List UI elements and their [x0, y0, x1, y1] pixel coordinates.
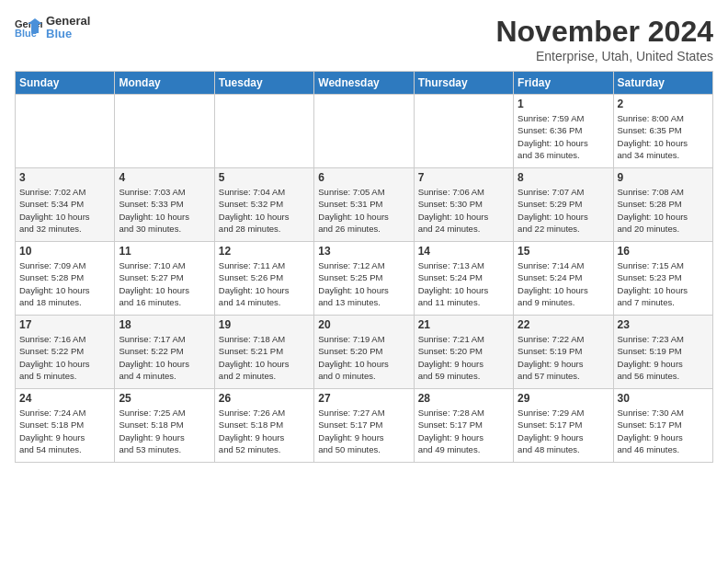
day-number: 5 — [219, 171, 310, 184]
calendar-day: 17Sunrise: 7:16 AM Sunset: 5:22 PM Dayli… — [16, 316, 115, 389]
calendar-week-row: 17Sunrise: 7:16 AM Sunset: 5:22 PM Dayli… — [16, 316, 713, 389]
calendar-header-row: SundayMondayTuesdayWednesdayThursdayFrid… — [16, 72, 713, 95]
day-number: 28 — [418, 392, 509, 405]
calendar-day: 3Sunrise: 7:02 AM Sunset: 5:34 PM Daylig… — [16, 168, 115, 242]
day-info: Sunrise: 7:07 AM Sunset: 5:29 PM Dayligh… — [518, 186, 609, 235]
header-thursday: Thursday — [414, 72, 513, 95]
header-friday: Friday — [514, 72, 613, 95]
day-info: Sunrise: 7:24 AM Sunset: 5:18 PM Dayligh… — [19, 407, 110, 455]
calendar-day: 14Sunrise: 7:13 AM Sunset: 5:24 PM Dayli… — [414, 242, 513, 316]
calendar-day: 21Sunrise: 7:21 AM Sunset: 5:20 PM Dayli… — [414, 316, 513, 389]
logo-icon: General Blue — [15, 17, 42, 39]
header-monday: Monday — [115, 72, 214, 95]
day-number: 30 — [618, 392, 709, 405]
calendar-day: 10Sunrise: 7:09 AM Sunset: 5:28 PM Dayli… — [16, 242, 115, 316]
calendar-day: 1Sunrise: 7:59 AM Sunset: 6:36 PM Daylig… — [514, 95, 613, 168]
day-info: Sunrise: 7:04 AM Sunset: 5:32 PM Dayligh… — [219, 186, 310, 235]
day-number: 7 — [418, 171, 509, 184]
header-tuesday: Tuesday — [214, 72, 313, 95]
day-info: Sunrise: 7:15 AM Sunset: 5:23 PM Dayligh… — [618, 259, 709, 308]
calendar-day: 28Sunrise: 7:28 AM Sunset: 5:17 PM Dayli… — [414, 389, 513, 463]
day-info: Sunrise: 7:18 AM Sunset: 5:21 PM Dayligh… — [219, 333, 310, 382]
day-info: Sunrise: 7:21 AM Sunset: 5:20 PM Dayligh… — [418, 333, 509, 382]
day-info: Sunrise: 8:00 AM Sunset: 6:35 PM Dayligh… — [618, 112, 709, 161]
day-number: 20 — [318, 318, 409, 331]
day-info: Sunrise: 7:29 AM Sunset: 5:17 PM Dayligh… — [518, 407, 609, 455]
day-number: 9 — [618, 171, 709, 184]
day-number: 2 — [618, 98, 709, 110]
calendar-day: 30Sunrise: 7:30 AM Sunset: 5:17 PM Dayli… — [613, 389, 712, 463]
calendar-day: 23Sunrise: 7:23 AM Sunset: 5:19 PM Dayli… — [613, 316, 712, 389]
day-number: 23 — [618, 318, 709, 331]
calendar-day: 15Sunrise: 7:14 AM Sunset: 5:24 PM Dayli… — [514, 242, 613, 316]
day-info: Sunrise: 7:13 AM Sunset: 5:24 PM Dayligh… — [418, 259, 509, 308]
day-info: Sunrise: 7:26 AM Sunset: 5:18 PM Dayligh… — [219, 407, 310, 455]
calendar-day: 24Sunrise: 7:24 AM Sunset: 5:18 PM Dayli… — [16, 389, 115, 463]
calendar-day: 5Sunrise: 7:04 AM Sunset: 5:32 PM Daylig… — [214, 168, 313, 242]
calendar-day: 25Sunrise: 7:25 AM Sunset: 5:18 PM Dayli… — [115, 389, 214, 463]
day-info: Sunrise: 7:03 AM Sunset: 5:33 PM Dayligh… — [119, 186, 210, 235]
header-sunday: Sunday — [16, 72, 115, 95]
calendar-day: 6Sunrise: 7:05 AM Sunset: 5:31 PM Daylig… — [314, 168, 414, 242]
page-header: General Blue General Blue November 2024 … — [15, 15, 713, 63]
day-info: Sunrise: 7:02 AM Sunset: 5:34 PM Dayligh… — [19, 186, 110, 235]
calendar-day — [16, 95, 115, 168]
day-number: 10 — [19, 245, 110, 258]
calendar-day: 7Sunrise: 7:06 AM Sunset: 5:30 PM Daylig… — [414, 168, 513, 242]
header-wednesday: Wednesday — [314, 72, 414, 95]
calendar-table: SundayMondayTuesdayWednesdayThursdayFrid… — [15, 71, 713, 463]
logo-general: General — [46, 15, 90, 28]
day-info: Sunrise: 7:05 AM Sunset: 5:31 PM Dayligh… — [318, 186, 409, 235]
day-number: 1 — [518, 98, 609, 110]
day-number: 25 — [119, 392, 210, 405]
header-saturday: Saturday — [613, 72, 712, 95]
day-info: Sunrise: 7:22 AM Sunset: 5:19 PM Dayligh… — [518, 333, 609, 382]
calendar-day — [115, 95, 214, 168]
day-number: 3 — [19, 171, 110, 184]
day-info: Sunrise: 7:11 AM Sunset: 5:26 PM Dayligh… — [219, 259, 310, 308]
calendar-day: 22Sunrise: 7:22 AM Sunset: 5:19 PM Dayli… — [514, 316, 613, 389]
calendar-day: 8Sunrise: 7:07 AM Sunset: 5:29 PM Daylig… — [514, 168, 613, 242]
calendar-day: 26Sunrise: 7:26 AM Sunset: 5:18 PM Dayli… — [214, 389, 313, 463]
day-info: Sunrise: 7:59 AM Sunset: 6:36 PM Dayligh… — [518, 112, 609, 161]
logo-blue: Blue — [46, 28, 90, 40]
day-info: Sunrise: 7:14 AM Sunset: 5:24 PM Dayligh… — [518, 259, 609, 308]
day-info: Sunrise: 7:06 AM Sunset: 5:30 PM Dayligh… — [418, 186, 509, 235]
day-info: Sunrise: 7:10 AM Sunset: 5:27 PM Dayligh… — [119, 259, 210, 308]
day-info: Sunrise: 7:25 AM Sunset: 5:18 PM Dayligh… — [119, 407, 210, 455]
calendar-day — [314, 95, 414, 168]
day-number: 22 — [518, 318, 609, 331]
day-number: 6 — [318, 171, 409, 184]
day-info: Sunrise: 7:17 AM Sunset: 5:22 PM Dayligh… — [119, 333, 210, 382]
calendar-day — [414, 95, 513, 168]
day-number: 15 — [518, 245, 609, 258]
calendar-day: 13Sunrise: 7:12 AM Sunset: 5:25 PM Dayli… — [314, 242, 414, 316]
day-info: Sunrise: 7:09 AM Sunset: 5:28 PM Dayligh… — [19, 259, 110, 308]
day-info: Sunrise: 7:30 AM Sunset: 5:17 PM Dayligh… — [618, 407, 709, 455]
calendar-week-row: 1Sunrise: 7:59 AM Sunset: 6:36 PM Daylig… — [16, 95, 713, 168]
day-number: 4 — [119, 171, 210, 184]
calendar-day: 11Sunrise: 7:10 AM Sunset: 5:27 PM Dayli… — [115, 242, 214, 316]
day-number: 17 — [19, 318, 110, 331]
day-info: Sunrise: 7:27 AM Sunset: 5:17 PM Dayligh… — [318, 407, 409, 455]
day-number: 13 — [318, 245, 409, 258]
calendar-day: 9Sunrise: 7:08 AM Sunset: 5:28 PM Daylig… — [613, 168, 712, 242]
day-number: 11 — [119, 245, 210, 258]
calendar-day: 4Sunrise: 7:03 AM Sunset: 5:33 PM Daylig… — [115, 168, 214, 242]
day-info: Sunrise: 7:19 AM Sunset: 5:20 PM Dayligh… — [318, 333, 409, 382]
calendar-day: 18Sunrise: 7:17 AM Sunset: 5:22 PM Dayli… — [115, 316, 214, 389]
calendar-day: 27Sunrise: 7:27 AM Sunset: 5:17 PM Dayli… — [314, 389, 414, 463]
calendar-day: 16Sunrise: 7:15 AM Sunset: 5:23 PM Dayli… — [613, 242, 712, 316]
day-number: 12 — [219, 245, 310, 258]
day-info: Sunrise: 7:12 AM Sunset: 5:25 PM Dayligh… — [318, 259, 409, 308]
day-number: 16 — [618, 245, 709, 258]
calendar-day: 2Sunrise: 8:00 AM Sunset: 6:35 PM Daylig… — [613, 95, 712, 168]
day-info: Sunrise: 7:28 AM Sunset: 5:17 PM Dayligh… — [418, 407, 509, 455]
location-title: Enterprise, Utah, United States — [495, 49, 713, 63]
title-block: November 2024 Enterprise, Utah, United S… — [495, 15, 713, 63]
calendar-day: 20Sunrise: 7:19 AM Sunset: 5:20 PM Dayli… — [314, 316, 414, 389]
day-info: Sunrise: 7:23 AM Sunset: 5:19 PM Dayligh… — [618, 333, 709, 382]
logo: General Blue General Blue — [15, 15, 90, 41]
day-number: 14 — [418, 245, 509, 258]
day-info: Sunrise: 7:08 AM Sunset: 5:28 PM Dayligh… — [618, 186, 709, 235]
